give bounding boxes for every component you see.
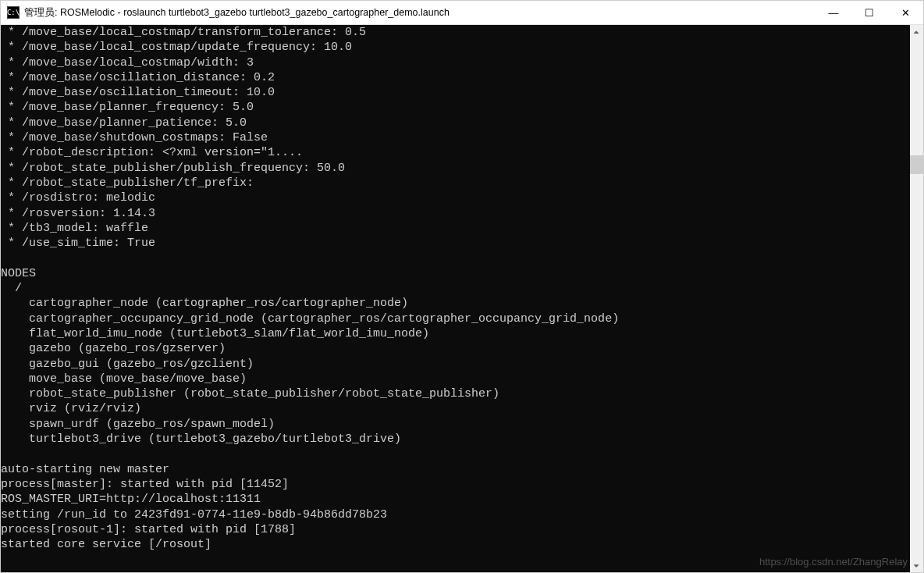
- close-button[interactable]: ✕: [887, 1, 923, 24]
- window-controls: — ☐ ✕: [816, 1, 923, 24]
- terminal-wrapper: * /move_base/local_costmap/transform_tol…: [1, 25, 923, 572]
- maximize-button[interactable]: ☐: [851, 1, 887, 24]
- app-icon: C:\: [7, 6, 20, 19]
- titlebar[interactable]: C:\ 管理员: ROSMelodic - roslaunch turtlebo…: [1, 1, 923, 25]
- scroll-thumb[interactable]: [910, 155, 923, 174]
- minimize-button[interactable]: —: [816, 1, 851, 24]
- scroll-down-icon[interactable]: ⏷: [910, 559, 923, 572]
- scroll-up-icon[interactable]: ⏶: [910, 25, 923, 38]
- window-frame: C:\ 管理员: ROSMelodic - roslaunch turtlebo…: [0, 0, 924, 573]
- scrollbar[interactable]: ⏶ ⏷: [910, 25, 923, 572]
- watermark-text: https://blog.csdn.net/ZhangRelay: [759, 556, 908, 568]
- terminal-output[interactable]: * /move_base/local_costmap/transform_tol…: [1, 25, 910, 572]
- window-title: 管理员: ROSMelodic - roslaunch turtlebot3_g…: [24, 6, 816, 20]
- scroll-track[interactable]: [910, 38, 923, 559]
